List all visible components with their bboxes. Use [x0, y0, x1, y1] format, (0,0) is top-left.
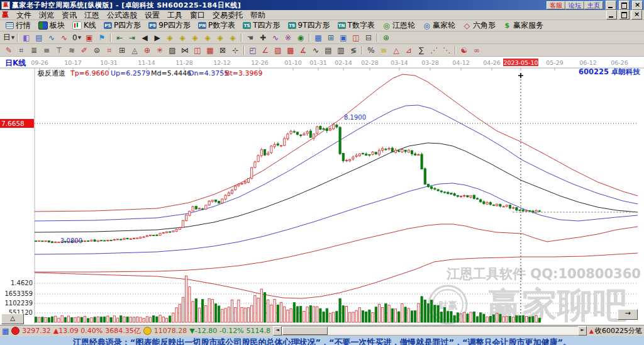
mdi-restore-button[interactable]: [619, 10, 630, 20]
gann-diamond-6-button[interactable]: ◈: [226, 32, 239, 43]
wave-small-red-button[interactable]: ∿: [58, 32, 70, 43]
toolbar-button-6[interactable]: TST四方形: [240, 20, 283, 31]
bowtie-button[interactable]: ⋈: [179, 45, 191, 56]
info-list-button[interactable]: ▤: [33, 32, 45, 43]
shade-button[interactable]: ▨: [166, 45, 179, 56]
toolbar-button-0[interactable]: 行情: [3, 20, 34, 31]
period-day-button[interactable]: 日▼: [3, 32, 15, 43]
gann-diamond-3-button[interactable]: ◈: [189, 32, 201, 43]
menu-item-9[interactable]: 帮助: [247, 11, 269, 20]
menu-item-4[interactable]: 公式选股: [103, 11, 141, 20]
flag-button[interactable]: ⚑: [96, 32, 108, 43]
shade2-button[interactable]: ▧: [272, 45, 284, 56]
rtriangle-button[interactable]: ⊿: [402, 45, 415, 56]
toolbar-button-11[interactable]: ◇六角形: [460, 20, 499, 31]
sine-button[interactable]: ∿: [309, 45, 322, 56]
volume-pane-toggle-button[interactable]: △: [1, 314, 24, 324]
pen2-button[interactable]: ✐: [78, 45, 91, 56]
scrollbar-track[interactable]: [282, 326, 578, 336]
pan-right-button[interactable]: →: [618, 309, 638, 320]
box-lines-button[interactable]: ◫: [191, 45, 204, 56]
hash-button[interactable]: ⌗: [103, 45, 116, 56]
tick-feed[interactable]: ▲ 收600225分笔: [589, 326, 642, 336]
overlay-count-button[interactable]: 0▼: [70, 32, 83, 43]
szse-index-icon[interactable]: [143, 327, 152, 335]
infinity-button[interactable]: ∞: [470, 45, 483, 56]
minimize-button[interactable]: [606, 1, 616, 10]
chart-canvas[interactable]: 江恩工具软件 QQ:100800360财赢赢家聊吧09-2610-1710-31…: [0, 57, 644, 325]
prev-bar-button[interactable]: ◀: [138, 32, 151, 43]
draw-pen-button[interactable]: ✎: [3, 45, 15, 56]
menu-item-6[interactable]: 工具: [164, 11, 186, 20]
percent-button[interactable]: %: [365, 45, 377, 56]
last-bar-button[interactable]: ⇥: [126, 32, 138, 43]
gann-diamond-2-button[interactable]: ◈: [176, 32, 189, 43]
dots-diag2-button[interactable]: ⋱: [440, 45, 453, 56]
gann-diamond-1-button[interactable]: ◈: [164, 32, 176, 43]
wave-small-button[interactable]: ∿: [45, 32, 58, 43]
menu-item-1[interactable]: 浏览: [35, 11, 58, 20]
dots-diag-button[interactable]: ⋰: [428, 45, 440, 56]
next-bar-button[interactable]: ▶: [151, 32, 164, 43]
plus-lines-button[interactable]: ⊹: [229, 45, 242, 56]
grid2-button[interactable]: ⊞: [116, 45, 128, 56]
gold-levels-button[interactable]: ≡: [377, 45, 390, 56]
titlebar-link-0[interactable]: 客服: [547, 1, 565, 9]
sse-index-icon[interactable]: [11, 327, 19, 335]
hand-tool-button[interactable]: ☚: [244, 32, 257, 43]
restore-button[interactable]: [619, 1, 630, 10]
toolbar-button-2[interactable]: K线: [69, 20, 99, 31]
titlebar-link-2[interactable]: 主页: [584, 1, 603, 9]
hlines-button[interactable]: ≣: [28, 45, 40, 56]
yinyang-button[interactable]: ☯: [458, 45, 470, 56]
toolbar-button-4[interactable]: P99P四方形: [145, 20, 194, 31]
toolbar-button-5[interactable]: PNP数字表: [195, 20, 238, 31]
angle-button[interactable]: ∠: [259, 45, 272, 56]
toolbar-button-9[interactable]: ◎江恩轮: [379, 20, 418, 31]
gann-diamond-4-button[interactable]: ◈: [201, 32, 214, 43]
scrollbar-thumb[interactable]: [282, 327, 328, 335]
toolbar-button-10[interactable]: ◎赢家轮: [419, 20, 458, 31]
mdi-close-button[interactable]: ×: [631, 10, 642, 20]
calculator-button[interactable]: ⊞: [325, 32, 337, 43]
scroll-right-button[interactable]: ►: [578, 326, 587, 336]
toolbar-button-8[interactable]: TNT数字表: [335, 20, 378, 31]
menu-item-7[interactable]: 窗口: [186, 11, 209, 20]
triangle-button[interactable]: ◬: [128, 45, 141, 56]
notebook-button[interactable]: ▣: [337, 32, 350, 43]
chip-distribution-button[interactable]: ※: [282, 32, 294, 43]
first-bar-button[interactable]: ⇤: [113, 32, 126, 43]
menu-item-3[interactable]: 江恩: [80, 11, 103, 20]
menu-item-5[interactable]: 设置: [141, 11, 164, 20]
toolbar-button-12[interactable]: $赢家服务: [500, 20, 547, 31]
target-button[interactable]: ◉: [294, 32, 307, 43]
menu-item-8[interactable]: 交易委托: [209, 11, 247, 20]
mdi-minimize-button[interactable]: [606, 10, 617, 20]
shade3-button[interactable]: ▩: [284, 45, 297, 56]
crosshair-tool-button[interactable]: ✚: [257, 32, 269, 43]
save-button[interactable]: ◫: [350, 32, 362, 43]
printer-button[interactable]: ⊟: [362, 32, 375, 43]
tline-button[interactable]: ⊤: [53, 45, 65, 56]
titlebar-link-1[interactable]: 论坛: [565, 1, 584, 9]
menu-item-0[interactable]: 文件: [13, 11, 35, 20]
grid3-button[interactable]: ▦: [204, 45, 216, 56]
network-button[interactable]: ⊕: [380, 32, 392, 43]
circle-lines-button[interactable]: ⊜: [91, 45, 103, 56]
hlines2-button[interactable]: ≡: [40, 45, 53, 56]
toolbar-button-7[interactable]: T99T四方形: [285, 20, 333, 31]
sum-button[interactable]: ∑: [415, 45, 428, 56]
triangle2-button[interactable]: △: [390, 45, 402, 56]
angle2-button[interactable]: ∡: [297, 45, 309, 56]
frame-button[interactable]: ◰: [247, 45, 259, 56]
rows-button[interactable]: ▤: [322, 45, 335, 56]
grid-lines-button[interactable]: ⌗: [15, 45, 28, 56]
cols-button[interactable]: ▥: [335, 45, 347, 56]
squiggle-tool-button[interactable]: ∿: [269, 32, 282, 43]
scroll-left-button[interactable]: ◄: [273, 326, 282, 336]
zigzag-button[interactable]: ≶: [347, 45, 360, 56]
gann-fan-button[interactable]: ⊕: [141, 45, 153, 56]
close-button[interactable]: ×: [632, 1, 643, 10]
xbox-button[interactable]: ⊠: [216, 45, 229, 56]
calendar-button[interactable]: ▦: [312, 32, 325, 43]
